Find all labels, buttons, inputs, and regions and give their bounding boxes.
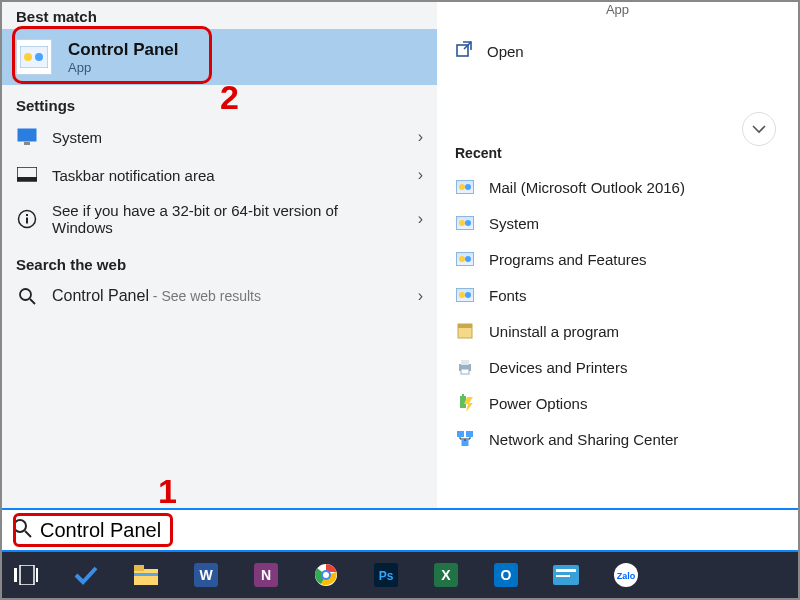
svg-rect-14 (458, 324, 472, 328)
settings-item-bitversion[interactable]: See if you have a 32-bit or 64-bit versi… (2, 194, 437, 244)
open-icon (455, 40, 473, 63)
recent-list: Mail (Microsoft Outlook 2016) System Pro… (455, 169, 780, 457)
svg-point-2 (35, 53, 43, 61)
control-panel-icon (455, 249, 475, 269)
recent-item[interactable]: Fonts (455, 277, 780, 313)
best-match-header: Best match (2, 2, 437, 29)
web-result-item[interactable]: Control Panel - See web results › (2, 277, 437, 315)
svg-rect-16 (461, 360, 469, 365)
photoshop-icon[interactable]: Ps (372, 561, 400, 589)
search-icon (16, 285, 38, 307)
best-match-text: Control Panel App (68, 40, 179, 75)
svg-rect-8 (26, 218, 28, 224)
svg-text:N: N (261, 567, 271, 583)
excel-icon[interactable]: X (432, 561, 460, 589)
word-icon[interactable]: W (192, 561, 220, 589)
svg-rect-25 (14, 568, 17, 582)
app-type-label: App (455, 2, 780, 16)
svg-rect-45 (556, 569, 576, 572)
open-label: Open (487, 43, 524, 60)
svg-point-23 (14, 520, 26, 532)
power-icon (455, 393, 475, 413)
svg-rect-6 (17, 177, 37, 181)
monitor-icon (16, 126, 38, 148)
svg-rect-17 (461, 369, 469, 374)
file-explorer-icon[interactable] (132, 561, 160, 589)
best-match-subtitle: App (68, 60, 179, 75)
svg-rect-28 (134, 569, 158, 585)
control-panel-icon (455, 177, 475, 197)
control-panel-icon (455, 285, 475, 305)
svg-rect-9 (26, 214, 28, 216)
settings-item-system[interactable]: System › (2, 118, 437, 156)
outlook-icon[interactable]: O (492, 561, 520, 589)
printer-icon (455, 357, 475, 377)
card-icon[interactable] (552, 561, 580, 589)
search-web-header: Search the web (2, 250, 437, 277)
recent-item[interactable]: Uninstall a program (455, 313, 780, 349)
open-action[interactable]: Open (455, 16, 780, 75)
recent-item[interactable]: Programs and Features (455, 241, 780, 277)
taskbar-icon (16, 164, 38, 186)
chevron-right-icon: › (418, 166, 423, 184)
settings-header: Settings (2, 91, 437, 118)
svg-rect-30 (134, 573, 158, 576)
chrome-icon[interactable] (312, 561, 340, 589)
recent-item[interactable]: System (455, 205, 780, 241)
programs-icon (455, 321, 475, 341)
search-bar[interactable] (2, 508, 798, 552)
web-result-label: Control Panel - See web results (52, 287, 261, 305)
right-panel: App Open Recent Mail (Microsoft Outlook … (437, 2, 798, 508)
zalo-icon[interactable]: Zalo (612, 561, 640, 589)
svg-rect-21 (466, 431, 473, 437)
svg-text:Ps: Ps (379, 569, 394, 583)
svg-text:W: W (199, 567, 213, 583)
chevron-down-icon (752, 124, 766, 134)
settings-item-taskbar[interactable]: Taskbar notification area › (2, 156, 437, 194)
svg-line-24 (25, 531, 31, 537)
recent-item[interactable]: Network and Sharing Center (455, 421, 780, 457)
settings-item-label: System (52, 129, 102, 146)
chevron-right-icon: › (418, 210, 423, 228)
recent-header: Recent (455, 145, 780, 161)
task-view-icon[interactable] (12, 561, 40, 589)
info-icon (16, 208, 38, 230)
svg-text:Zalo: Zalo (617, 571, 636, 581)
svg-rect-29 (134, 565, 144, 571)
svg-text:O: O (501, 567, 512, 583)
settings-item-label: See if you have a 32-bit or 64-bit versi… (52, 202, 352, 236)
left-panel: Best match Control Panel App Settings Sy… (2, 2, 437, 508)
svg-rect-19 (462, 394, 464, 397)
todo-icon[interactable] (72, 561, 100, 589)
chevron-right-icon: › (418, 128, 423, 146)
svg-rect-20 (457, 431, 464, 437)
recent-item[interactable]: Mail (Microsoft Outlook 2016) (455, 169, 780, 205)
search-input[interactable] (40, 519, 340, 542)
recent-item[interactable]: Power Options (455, 385, 780, 421)
svg-line-11 (30, 299, 35, 304)
svg-text:X: X (441, 567, 451, 583)
recent-item[interactable]: Devices and Printers (455, 349, 780, 385)
best-match-title: Control Panel (68, 40, 179, 60)
search-icon (12, 518, 32, 542)
svg-rect-26 (20, 565, 34, 585)
taskbar: W N Ps X O Zalo (2, 552, 798, 598)
svg-rect-46 (556, 575, 570, 577)
svg-rect-4 (24, 142, 30, 145)
svg-point-37 (323, 572, 329, 578)
svg-rect-27 (36, 568, 38, 582)
svg-point-10 (20, 289, 31, 300)
svg-rect-3 (18, 129, 36, 141)
expand-button[interactable] (742, 112, 776, 146)
network-icon (455, 429, 475, 449)
control-panel-icon (455, 213, 475, 233)
best-match-item[interactable]: Control Panel App (2, 29, 437, 85)
settings-item-label: Taskbar notification area (52, 167, 215, 184)
control-panel-icon (16, 39, 52, 75)
chevron-right-icon: › (418, 287, 423, 305)
svg-point-1 (24, 53, 32, 61)
onenote-icon[interactable]: N (252, 561, 280, 589)
